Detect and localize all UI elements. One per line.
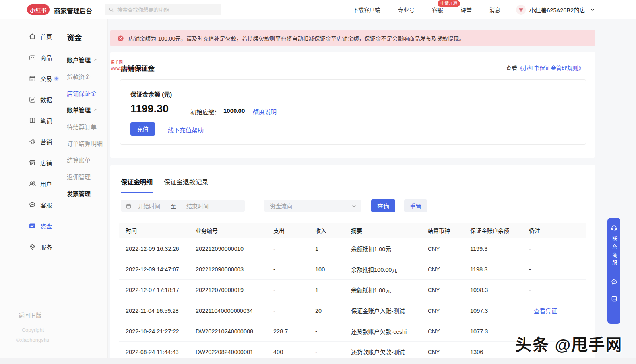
- search-icon: [109, 7, 114, 12]
- quota-explain-link[interactable]: 额度说明: [253, 107, 277, 116]
- horizontal-scrollbar[interactable]: [0, 358, 636, 364]
- nav-item-customer-service[interactable]: 客服申请开通: [432, 6, 443, 14]
- sidebar-item-label: 资金: [40, 222, 52, 230]
- copyright-line1: Copyright: [0, 325, 66, 335]
- sidebar-item-data[interactable]: 数据: [0, 89, 60, 110]
- nav-item-pro-account[interactable]: 专业号: [398, 6, 415, 14]
- submenu-item-bill-mgmt[interactable]: 账单管理: [67, 101, 107, 118]
- submenu-item-invoice-mgmt[interactable]: 发票管理: [67, 185, 107, 201]
- service-icon: [28, 201, 37, 209]
- sidebar-item-label: 客服: [40, 201, 52, 209]
- date-range-picker[interactable]: 开始时间 至 结束时间: [121, 200, 245, 212]
- data-icon: [28, 95, 37, 104]
- sidebar-item-label: 店铺: [40, 159, 52, 167]
- sidebar-item-label: 交易: [40, 74, 52, 83]
- sidebar-item-trade[interactable]: 交易: [0, 68, 60, 89]
- reset-button[interactable]: 重置: [404, 199, 427, 212]
- copyright-line2: ©xiaohongshu: [0, 335, 66, 345]
- submenu-item-goods-funds[interactable]: 货款资金: [67, 68, 107, 85]
- global-search[interactable]: [105, 4, 221, 15]
- submenu-item-settle-bill[interactable]: 结算账单: [67, 151, 107, 168]
- divider: [611, 290, 617, 290]
- col-header: 保证金账户余额: [464, 227, 523, 234]
- sidebar-item-label: 首页: [40, 32, 52, 41]
- watermelon-icon: [518, 6, 524, 13]
- cell-summary: 还货款账户欠款-测试: [345, 348, 421, 356]
- cell-time: 2022-12-09 14:47:07: [119, 266, 189, 273]
- logo-text: 小红书: [30, 6, 47, 14]
- records-tabs: 保证金明细保证金退款记录: [121, 177, 208, 193]
- cell-expense: -: [267, 266, 309, 273]
- trade-icon: [28, 74, 37, 83]
- submenu-item-rebate-mgmt[interactable]: 返佣管理: [67, 168, 107, 185]
- cell-biz-no: 202211040000000034: [189, 308, 267, 314]
- tab-deposit-refund[interactable]: 保证金退款记录: [164, 177, 208, 193]
- col-header: 结算币种: [421, 227, 464, 234]
- cell-income: 20: [309, 308, 345, 314]
- offline-recharge-help-link[interactable]: 线下充值帮助: [168, 126, 204, 134]
- submenu-item-order-settle-detail[interactable]: 订单结算明细: [67, 135, 107, 151]
- submenu-item-deposit[interactable]: 店铺保证金: [67, 85, 107, 101]
- notes-icon: [28, 116, 37, 125]
- sidebar-item-shop[interactable]: 店铺: [0, 152, 60, 173]
- sidebar-item-goods[interactable]: 商品: [0, 47, 60, 68]
- sidebar-item-users[interactable]: 用户: [0, 173, 60, 194]
- filter-row: 开始时间 至 结束时间 资金流向 查询 重置: [121, 199, 586, 212]
- balance-alert: 店铺余额为-100.00元，请及时充值补足欠款，若持续欠款则平台将自动扣减保证金…: [110, 30, 595, 46]
- home-icon: [28, 32, 37, 41]
- cell-summary: 还货款账户欠款-ceshi: [345, 327, 421, 335]
- contact-service-label: 联系商服: [610, 236, 618, 268]
- cell-balance: 1097.3: [464, 308, 523, 314]
- cell-summary: 余额抵扣100.00元: [345, 265, 421, 273]
- submenu-item-account-mgmt[interactable]: 账户管理: [67, 51, 107, 68]
- sidebar-item-funds[interactable]: 资金: [0, 215, 60, 236]
- cell-note: -: [523, 266, 586, 273]
- sidebar-item-notes[interactable]: 笔记: [0, 110, 60, 131]
- store-name: 小红薯625A26B2的店: [529, 6, 585, 14]
- view-voucher-link[interactable]: 查看凭证: [523, 306, 586, 315]
- sidebar-item-service[interactable]: 客服: [0, 194, 60, 215]
- submenu-item-pending-orders[interactable]: 待结算订单: [67, 118, 107, 135]
- contact-service-bar[interactable]: 联系商服: [607, 218, 620, 324]
- nav-item-classroom[interactable]: 课堂: [461, 6, 472, 14]
- chat-icon[interactable]: [611, 278, 618, 285]
- submenu-title: 资金: [67, 32, 107, 43]
- xiaohongshu-logo[interactable]: 小红书: [27, 4, 50, 15]
- cell-note: -: [523, 246, 586, 252]
- cell-note: -: [523, 287, 586, 293]
- col-header: 时间: [119, 227, 189, 234]
- cell-time: 2022-11-04 16:59:28: [119, 308, 189, 314]
- fund-flow-select[interactable]: 资金流向: [264, 200, 361, 212]
- sidebar-item-home[interactable]: 首页: [0, 26, 60, 47]
- deposit-rules-link[interactable]: 《小红书保证金管理规则》: [517, 65, 584, 71]
- nav-item-download-client[interactable]: 下载客户端: [353, 6, 380, 14]
- account-menu[interactable]: 小红薯625A26B2的店: [516, 0, 595, 19]
- cell-income: -: [309, 349, 345, 355]
- nav-item-messages[interactable]: 消息: [489, 6, 500, 14]
- feedback-note-icon[interactable]: [611, 295, 618, 302]
- sidebar-item-label: 数据: [40, 95, 52, 104]
- query-button[interactable]: 查询: [371, 199, 395, 212]
- sidebar-item-marketing[interactable]: 营销: [0, 131, 60, 152]
- cell-balance: 1077.3: [464, 328, 523, 335]
- cell-currency: CNY: [421, 246, 464, 252]
- search-input[interactable]: [117, 7, 213, 13]
- tab-deposit-detail[interactable]: 保证金明细: [121, 177, 153, 193]
- services-icon: [28, 243, 37, 251]
- store-avatar: [516, 5, 526, 15]
- col-header: 业务编号: [189, 227, 267, 234]
- section-title: 店铺保证金: [121, 63, 155, 73]
- headset-icon: [610, 224, 618, 232]
- submenu-item-label: 发票管理: [67, 189, 91, 197]
- col-header: 备注: [523, 227, 586, 234]
- view-label: 查看: [506, 65, 517, 71]
- table-header: 时间业务编号支出收入摘要结算币种保证金账户余额备注: [119, 223, 586, 238]
- back-to-old-link[interactable]: 返回旧版: [0, 311, 60, 319]
- cell-expense: 228.7: [267, 328, 309, 335]
- balance-label: 保证金余额 (元): [130, 90, 172, 98]
- cell-income: 1: [309, 246, 345, 252]
- sidebar-item-services[interactable]: 服务: [0, 236, 60, 258]
- cell-balance: 1098.3: [464, 287, 523, 293]
- shop-icon: [28, 159, 37, 167]
- recharge-button[interactable]: 充值: [130, 122, 155, 136]
